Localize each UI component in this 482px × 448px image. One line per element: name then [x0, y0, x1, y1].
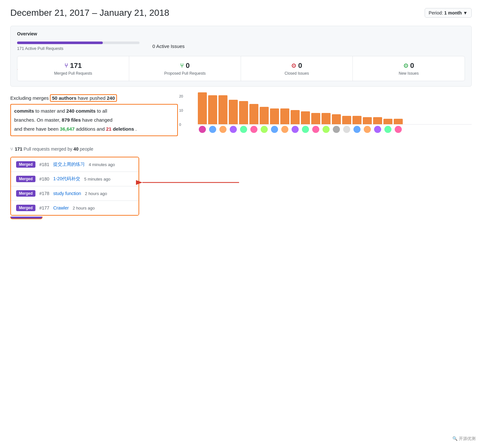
- period-value: 1 month: [444, 10, 462, 15]
- pr-number-178: #178: [39, 191, 49, 196]
- contributor-avatar: [343, 126, 350, 133]
- contributor-avatar: [333, 126, 340, 133]
- chart-bar: [383, 119, 392, 125]
- contributor-avatar: [395, 126, 402, 133]
- pr-badge-181: Merged: [16, 161, 35, 168]
- merged-prs-label: Merged Pull Requests: [24, 71, 122, 76]
- pr-time-177: 2 hours ago: [72, 206, 95, 210]
- text-commits-branches: 240 commits: [66, 108, 96, 114]
- pr-section-icon: ⑂: [10, 146, 13, 152]
- bar-item: [270, 108, 279, 133]
- text-additions: 36,647: [60, 126, 75, 132]
- page-title: December 21, 2017 – January 21, 2018: [10, 8, 169, 18]
- chart-bar: [301, 111, 310, 125]
- chart-bar: [311, 113, 320, 125]
- contributor-avatar: [302, 126, 309, 133]
- contributor-avatar: [384, 126, 391, 133]
- chart-bar: [363, 117, 372, 125]
- bar-item: [383, 119, 392, 133]
- bar-item: [239, 101, 248, 133]
- chart-bar: [342, 116, 351, 125]
- bar-item: [394, 119, 403, 133]
- contributor-avatar: [209, 126, 216, 133]
- bar-item: [280, 108, 289, 133]
- bar-item: [291, 110, 300, 133]
- bar-item: [198, 92, 207, 133]
- text-commits-all: commits: [14, 108, 34, 114]
- pr-badge-180: Merged: [16, 176, 35, 182]
- chart-bar: [239, 101, 248, 125]
- chart-baseline: [198, 124, 472, 125]
- new-issues-number: ⊙ 0: [359, 61, 458, 70]
- pr-time-178: 2 hours ago: [85, 191, 107, 196]
- chart-area: 20 10 0: [188, 94, 472, 133]
- pull-requests-progress: 171 Active Pull Requests: [17, 42, 140, 51]
- proposed-prs-number: ⑂ 0: [136, 61, 234, 70]
- bar-chart: [198, 94, 472, 133]
- closed-issues-label: Closed Issues: [247, 71, 346, 76]
- chart-bar: [260, 107, 269, 125]
- pr-bar-label: 171 Active Pull Requests: [17, 46, 140, 51]
- contributor-avatar: [281, 126, 288, 133]
- overview-bars-row: 171 Active Pull Requests 0 Active Issues: [17, 42, 465, 51]
- period-label: Period:: [429, 10, 443, 15]
- pr-item: Merged #178 study function 2 hours ago: [11, 186, 139, 201]
- pr-link-178[interactable]: study function: [53, 191, 81, 196]
- pr-item: Merged #180 1-20代码补交 5 minutes ago: [11, 172, 139, 186]
- pr-number-181: #181: [39, 162, 49, 167]
- chart-bar: [218, 95, 227, 125]
- y-label-20: 20: [179, 94, 183, 98]
- pr-bar-track: [17, 42, 140, 44]
- summary-section: Excluding merges 50 authors have pushed …: [10, 94, 472, 136]
- chart-bar: [352, 116, 362, 125]
- pr-link-180[interactable]: 1-20代码补交: [53, 176, 80, 182]
- contributor-avatar: [353, 126, 361, 133]
- chart-bar: [270, 108, 279, 125]
- pr-link-177[interactable]: Crawler: [53, 205, 69, 210]
- bar-item: [208, 95, 217, 133]
- pr-time-181: 4 minutes ago: [89, 162, 115, 167]
- contributor-avatar: [271, 126, 278, 133]
- text-deletions: 21: [106, 126, 111, 132]
- bar-item: [322, 113, 331, 133]
- pr-count: 171: [15, 146, 22, 152]
- bar-item: [373, 117, 382, 133]
- closed-issue-icon: ⊙: [291, 62, 296, 69]
- chart-bar: [322, 113, 331, 125]
- pr-badge-178: Merged: [16, 190, 35, 197]
- chart-bar: [291, 110, 300, 125]
- bar-item: [311, 113, 320, 133]
- summary-prefix: Excluding merges: [10, 95, 49, 101]
- pr-list: Merged #181 提交上周的练习 4 minutes ago Merged…: [10, 157, 139, 216]
- y-label-0: 0: [179, 123, 183, 126]
- highlight-commits: 240: [107, 95, 115, 101]
- pr-badge-177: Merged: [16, 205, 35, 211]
- pr-link-181[interactable]: 提交上周的练习: [53, 162, 85, 167]
- overview-card: Overview 171 Active Pull Requests 0 Acti…: [10, 26, 472, 87]
- chevron-down-icon: ▼: [463, 10, 468, 15]
- period-dropdown-button[interactable]: Period: 1 month ▼: [425, 8, 472, 18]
- contributor-avatar: [250, 126, 257, 133]
- bar-item: [218, 95, 227, 133]
- contributor-avatar: [219, 126, 227, 133]
- contributor-avatar: [312, 126, 319, 133]
- pr-bar-fill: [17, 42, 103, 44]
- contributor-avatar: [230, 126, 237, 133]
- contributor-avatar: [374, 126, 381, 133]
- arrow-annotation-2: [139, 176, 242, 189]
- pr-section-title: ⑂ 171 Pull requests merged by 40 people: [10, 146, 472, 152]
- pr-time-180: 5 minutes ago: [84, 177, 111, 182]
- text-deletions-label: deletions: [113, 126, 134, 132]
- stat-new-issues: ⊙ 0 New Issues: [353, 56, 465, 81]
- merged-pr-icon: ⑂: [64, 62, 68, 69]
- chart-bar: [198, 92, 207, 125]
- chart-bar: [394, 119, 403, 125]
- contributor-avatar: [323, 126, 330, 133]
- chart-bar: [229, 100, 238, 125]
- pr-section: ⑂ 171 Pull requests merged by 40 people …: [10, 146, 472, 219]
- page-header: December 21, 2017 – January 21, 2018 Per…: [10, 8, 472, 18]
- contributor-avatar: [240, 126, 247, 133]
- text-files: 879 files: [62, 117, 81, 123]
- stats-grid: ⑂ 171 Merged Pull Requests ⑂ 0 Proposed …: [17, 56, 465, 81]
- stat-merged-prs: ⑂ 171 Merged Pull Requests: [17, 56, 129, 81]
